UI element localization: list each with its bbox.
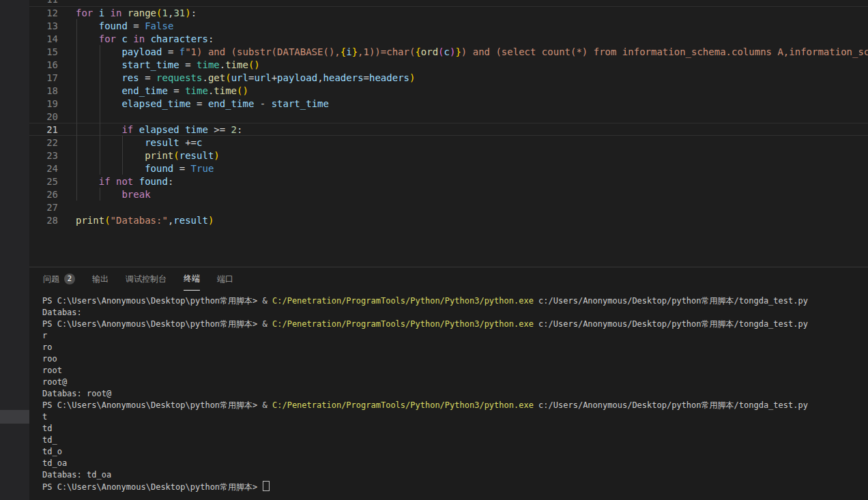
line-number: 14 — [29, 33, 58, 46]
terminal-line: PS C:\Users\Anonymous\Desktop\python常用脚本… — [42, 481, 868, 492]
line-number: 11 — [29, 0, 58, 6]
terminal-line: roo — [42, 353, 868, 365]
line-number: 25 — [29, 175, 58, 188]
sidebar-strip — [0, 0, 29, 500]
line-number: 16 — [29, 59, 58, 72]
terminal-line: Databas: — [42, 307, 868, 319]
code-line[interactable]: 23 print(result) — [29, 149, 868, 162]
code-text: res = requests.get(url=url+payload,heade… — [76, 72, 868, 85]
terminal-line: PS C:\Users\Anonymous\Desktop\python常用脚本… — [42, 400, 868, 411]
terminal-line: td_oa — [42, 458, 868, 469]
line-number: 20 — [29, 111, 58, 123]
terminal-text: root@ — [42, 377, 67, 387]
terminal-text: r — [42, 331, 47, 340]
tab-label: 终端 — [184, 273, 200, 284]
code-text: if not found: — [76, 175, 868, 188]
line-number: 12 — [29, 7, 58, 20]
code-line[interactable]: 11 — [29, 0, 868, 7]
code-text: payload = f"1) and (substr(DATABASE(),{i… — [76, 46, 868, 59]
terminal-text: Databas: td_oa — [42, 470, 111, 480]
terminal-line: r — [42, 330, 868, 342]
line-number: 15 — [29, 46, 58, 59]
terminal-line: Databas: root@ — [42, 388, 868, 400]
code-text: found = True — [76, 162, 868, 175]
tab-output[interactable]: 输出 — [92, 267, 108, 291]
code-line[interactable]: 19 elapsed_time = end_time - start_time — [29, 98, 868, 111]
terminal-text: PS C:\Users\Anonymous\Desktop\python常用脚本… — [42, 296, 272, 306]
tab-label: 调试控制台 — [126, 274, 167, 285]
code-text: end_time = time.time() — [76, 85, 868, 98]
code-text: print(result) — [76, 149, 868, 162]
line-number: 17 — [29, 72, 58, 85]
line-number: 13 — [29, 20, 58, 33]
code-text — [76, 111, 868, 123]
editor-lines: 1112for i in range(1,31):13 found = Fals… — [29, 0, 868, 227]
terminal-text: root — [42, 366, 62, 375]
terminal-text: c:/Users/Anonymous/Desktop/python常用脚本/to… — [534, 400, 808, 410]
line-number: 26 — [29, 188, 58, 201]
terminal-cursor — [263, 481, 270, 491]
sidebar-scrollbar-thumb[interactable] — [0, 410, 31, 424]
code-line[interactable]: 14 for c in characters: — [29, 33, 868, 46]
terminal-line: td_o — [42, 446, 868, 458]
terminal-text: td_oa — [42, 458, 67, 468]
tab-debug-console[interactable]: 调试控制台 — [126, 267, 167, 291]
tab-label: 问题 — [43, 274, 59, 285]
indent-guide — [76, 19, 77, 201]
tab-problems[interactable]: 问题2 — [43, 267, 75, 291]
code-line[interactable]: 17 res = requests.get(url=url+payload,he… — [29, 72, 868, 85]
code-text: result +=c — [76, 136, 868, 149]
terminal-text: t — [42, 412, 47, 422]
code-text: elapsed_time = end_time - start_time — [76, 98, 868, 111]
code-line[interactable]: 28print("Databas:",result) — [29, 214, 868, 227]
indent-guide — [122, 136, 123, 175]
terminal-line: root@ — [42, 377, 868, 388]
bottom-panel: 问题2输出调试控制台终端端口 PS C:\Users\Anonymous\Des… — [29, 267, 868, 500]
line-number: 23 — [29, 149, 58, 162]
line-number: 27 — [29, 201, 58, 214]
terminal-command-text: C:/Penetration/ProgramTools/Python/Pytho… — [272, 400, 534, 410]
indent-guide — [100, 45, 100, 175]
code-editor[interactable]: 1112for i in range(1,31):13 found = Fals… — [29, 0, 868, 267]
code-line[interactable]: 24 found = True — [29, 162, 868, 175]
terminal-line: root — [42, 365, 868, 377]
tab-ports[interactable]: 端口 — [217, 267, 233, 291]
code-line[interactable]: 25 if not found: — [29, 175, 868, 188]
code-line[interactable]: 13 found = False — [29, 20, 868, 33]
terminal-text: td — [42, 424, 52, 433]
indent-guide — [100, 188, 100, 201]
code-line[interactable]: 20 — [29, 111, 868, 123]
code-line[interactable]: 26 break — [29, 188, 868, 201]
line-number: 22 — [29, 136, 58, 149]
terminal-text: PS C:\Users\Anonymous\Desktop\python常用脚本… — [42, 482, 263, 492]
code-text: for i in range(1,31): — [76, 7, 868, 20]
terminal-line: td — [42, 423, 868, 435]
problems-count-badge: 2 — [64, 274, 75, 284]
terminal-line: PS C:\Users\Anonymous\Desktop\python常用脚本… — [42, 295, 868, 307]
code-text — [76, 201, 868, 214]
tab-terminal[interactable]: 终端 — [184, 267, 200, 291]
code-line[interactable]: 15 payload = f"1) and (substr(DATABASE()… — [29, 46, 868, 59]
terminal-text: c:/Users/Anonymous/Desktop/python常用脚本/to… — [534, 296, 808, 306]
tab-label: 端口 — [217, 274, 233, 285]
terminal-text: roo — [42, 354, 57, 364]
line-number: 19 — [29, 98, 58, 111]
terminal-text: c:/Users/Anonymous/Desktop/python常用脚本/to… — [534, 319, 808, 329]
code-line[interactable]: 12for i in range(1,31): — [29, 7, 868, 20]
terminal-command-text: C:/Penetration/ProgramTools/Python/Pytho… — [272, 319, 534, 329]
line-number: 24 — [29, 162, 58, 175]
line-number: 28 — [29, 214, 58, 227]
code-line[interactable]: 27 — [29, 201, 868, 214]
terminal-line: t — [42, 411, 868, 423]
code-line[interactable]: 16 start_time = time.time() — [29, 59, 868, 72]
code-text: break — [76, 188, 868, 201]
terminal-text: PS C:\Users\Anonymous\Desktop\python常用脚本… — [42, 400, 272, 410]
terminal-line: ro — [42, 342, 868, 353]
terminal-output[interactable]: PS C:\Users\Anonymous\Desktop\python常用脚本… — [29, 291, 868, 492]
terminal-text: Databas: root@ — [42, 389, 111, 398]
code-text: found = False — [76, 20, 868, 33]
code-line[interactable]: 22 result +=c — [29, 136, 868, 149]
panel-tab-bar: 问题2输出调试控制台终端端口 — [29, 267, 868, 291]
current-line-highlight — [29, 123, 868, 136]
code-line[interactable]: 18 end_time = time.time() — [29, 85, 868, 98]
